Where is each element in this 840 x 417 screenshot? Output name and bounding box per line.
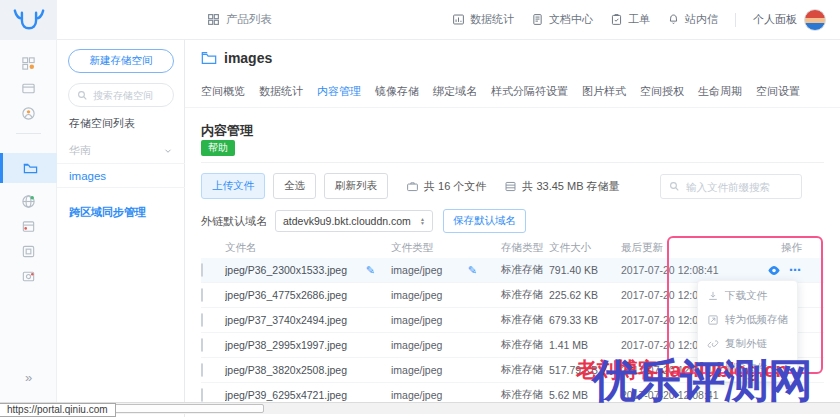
nav-data-stats[interactable]: 数据统计 [452,12,514,27]
region-selector[interactable]: 华南 [57,138,185,164]
nav-messages[interactable]: 站内信 [667,12,718,27]
storage-total: 共 33.45 MB 存储量 [504,179,619,194]
tab-bind-domain[interactable]: 绑定域名 [433,84,477,99]
bucket-item-images[interactable]: images [57,164,185,188]
bucket-search-input[interactable] [93,90,163,101]
row-checkbox[interactable] [201,288,203,302]
file-name: jpeg/P38_3820x2508.jpeg [225,364,347,376]
edit-type-pencil-icon[interactable]: ✎ [468,264,477,277]
domain-select[interactable]: atdevk9u9.bkt.clouddn.com ▲▼ [275,210,433,232]
tab-style-separator[interactable]: 样式分隔符设置 [491,84,568,99]
file-prefix-search-input[interactable] [686,181,790,193]
menu-item-download[interactable]: 下载文件 [698,284,797,308]
file-type: image/jpeg [391,389,442,401]
bell-icon [667,13,680,26]
preview-eye-icon[interactable] [767,265,781,276]
file-type: image/jpeg [391,339,442,351]
bucket-list-title: 存储空间列表 [69,116,135,131]
storage-type: 标准存储 [501,388,549,402]
tab-content-management[interactable]: 内容管理 [317,84,361,99]
file-type: image/jpeg [391,314,442,326]
edit-name-pencil-icon[interactable]: ✎ [366,264,375,277]
tab-lifecycle[interactable]: 生命周期 [698,84,742,99]
save-domain-button[interactable]: 保存默认域名 [443,209,526,233]
cross-region-sync-link[interactable]: 跨区域同步管理 [57,200,185,224]
storage-type: 标准存储 [501,288,549,302]
file-name: jpeg/P38_2995x1997.jpeg [225,339,347,351]
file-size: 679.33 KB [549,314,621,326]
domain-bar: 外链默认域名 atdevk9u9.bkt.clouddn.com ▲▼ 保存默认… [201,209,526,233]
menu-item-convert-storage[interactable]: 转为低频存储 [698,308,797,332]
file-size: 791.40 KB [549,264,621,276]
storage-drive-icon [504,180,517,193]
container-icon[interactable] [0,213,57,239]
watermark-blue: 优乐评测网 [592,351,812,411]
bucket-tabs: 空间概览 数据统计 内容管理 镜像存储 绑定域名 样式分隔符设置 图片样式 空间… [201,84,800,99]
qiniu-logo[interactable] [0,0,57,40]
divider [735,13,736,27]
col-header-type: 文件类型 [391,241,501,255]
new-bucket-button[interactable]: 新建存储空间 [68,49,174,73]
bucket-search[interactable] [68,83,174,107]
col-header-operation: 操作 [727,241,824,255]
tab-space-auth[interactable]: 空间授权 [640,84,684,99]
row-checkbox[interactable] [201,313,203,327]
col-header-storage: 存储类型 [501,241,549,255]
help-badge[interactable]: 帮助 [201,140,235,156]
nav-label: 站内信 [685,12,718,27]
dashboard-icon[interactable] [0,50,57,76]
ox-logo-icon [12,8,46,33]
personal-panel-label: 个人面板 [753,12,797,27]
media-box-icon[interactable] [0,263,57,289]
personal-panel[interactable]: 个人面板 [753,9,826,31]
bucket-header: images [201,50,272,66]
user-cert-icon[interactable] [0,100,57,126]
chevron-down-icon [163,146,173,156]
cube-icon[interactable] [0,238,57,264]
product-list-button[interactable]: 产品列表 [207,12,272,27]
file-prefix-search[interactable] [660,174,802,199]
tab-mirror-storage[interactable]: 镜像存储 [375,84,419,99]
select-all-button[interactable]: 全选 [273,173,316,199]
page: » 产品列表 数据统计 文档中心 [0,0,840,417]
row-checkbox[interactable] [201,388,203,402]
file-count-text: 共 16 个文件 [424,179,486,194]
chart-icon [452,13,465,26]
tab-image-style[interactable]: 图片样式 [582,84,626,99]
billing-card-icon[interactable] [0,75,57,101]
nav-ticket[interactable]: 工单 [610,12,650,27]
briefcase-icon [406,180,419,193]
tab-space-settings[interactable]: 空间设置 [756,84,800,99]
file-name: jpeg/P39_6295x4721.jpeg [225,389,347,401]
storage-type: 标准存储 [501,263,549,277]
domain-select-value: atdevk9u9.bkt.clouddn.com [283,215,411,227]
col-header-updated: 最后更新 [621,241,727,255]
avatar[interactable] [804,9,826,31]
toolbar: 上传文件 全选 刷新列表 共 16 个文件 共 33.45 MB 存储量 [201,173,620,199]
menu-item-label: 复制外链 [725,337,767,351]
row-checkbox[interactable] [201,263,203,277]
tab-space-overview[interactable]: 空间概览 [201,84,245,99]
grid-icon [207,13,220,26]
storage-type: 标准存储 [501,363,549,377]
rail-divider [16,133,41,134]
top-nav: 数据统计 文档中心 工单 站内信 个 [452,9,826,31]
select-arrows-icon: ▲▼ [420,217,425,225]
convert-storage-icon [707,314,719,326]
refresh-list-button[interactable]: 刷新列表 [324,173,388,199]
collapse-sidebar-icon[interactable]: » [0,370,57,385]
file-type: image/jpeg [391,289,442,301]
section-title: 内容管理 [201,122,253,140]
row-checkbox[interactable] [201,338,203,352]
file-size: 1.41 MB [549,339,621,351]
upload-file-button[interactable]: 上传文件 [201,173,265,199]
cdn-globe-icon[interactable] [0,188,57,214]
tab-data-stats[interactable]: 数据统计 [259,84,303,99]
sidebar-item-object-storage[interactable] [0,153,57,183]
nav-doc-center[interactable]: 文档中心 [531,12,593,27]
row-checkbox[interactable] [201,363,203,377]
more-actions-icon[interactable]: ⋯ [789,263,802,277]
storage-total-text: 共 33.45 MB 存储量 [522,179,619,194]
clipboard-icon [610,13,623,26]
file-name: jpeg/P37_3740x2494.jpeg [225,314,347,326]
